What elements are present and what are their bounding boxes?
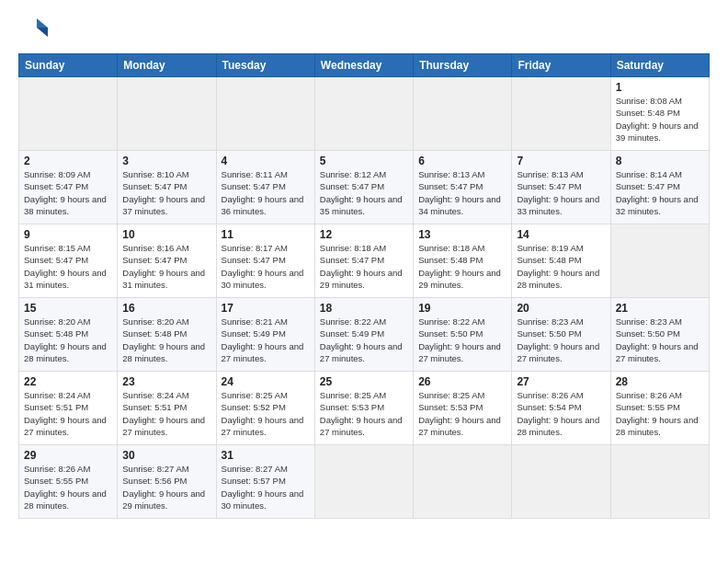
calendar-cell: 8 Sunrise: 8:14 AMSunset: 5:47 PMDayligh… [610,151,709,224]
calendar-table: SundayMondayTuesdayWednesdayThursdayFrid… [18,53,710,519]
day-number: 3 [122,155,210,167]
day-number: 31 [222,449,310,462]
day-number: 12 [320,228,408,241]
calendar-cell: 31 Sunrise: 8:27 AMSunset: 5:57 PMDaylig… [216,445,314,519]
calendar-cell: 26 Sunrise: 8:25 AMSunset: 5:53 PMDaylig… [414,372,512,445]
calendar-cell [610,224,709,298]
day-info: Sunrise: 8:19 AMSunset: 5:48 PMDaylight:… [517,243,599,290]
day-number: 4 [222,155,310,167]
day-info: Sunrise: 8:22 AMSunset: 5:49 PMDaylight:… [320,316,403,363]
day-info: Sunrise: 8:16 AMSunset: 5:47 PMDaylight:… [122,243,205,290]
day-info: Sunrise: 8:14 AMSunset: 5:47 PMDaylight:… [616,169,699,216]
day-number: 15 [24,302,112,315]
day-number: 19 [418,302,506,315]
day-number: 30 [122,449,210,462]
calendar-cell: 1 Sunrise: 8:08 AMSunset: 5:48 PMDayligh… [610,77,709,151]
calendar-cell: 20 Sunrise: 8:23 AMSunset: 5:50 PMDaylig… [512,298,610,372]
calendar-cell: 29 Sunrise: 8:26 AMSunset: 5:55 PMDaylig… [19,445,118,519]
day-info: Sunrise: 8:18 AMSunset: 5:47 PMDaylight:… [320,243,403,290]
calendar-cell: 16 Sunrise: 8:20 AMSunset: 5:48 PMDaylig… [118,298,216,372]
day-info: Sunrise: 8:21 AMSunset: 5:49 PMDaylight:… [222,316,304,363]
day-number: 8 [616,155,704,167]
day-number: 16 [122,302,210,315]
calendar-cell [118,77,216,151]
calendar-header-thursday: Thursday [414,54,512,77]
day-info: Sunrise: 8:25 AMSunset: 5:52 PMDaylight:… [222,390,304,437]
calendar-cell: 25 Sunrise: 8:25 AMSunset: 5:53 PMDaylig… [314,372,413,445]
page: SundayMondayTuesdayWednesdayThursdayFrid… [0,0,728,528]
calendar-cell [512,445,610,519]
day-info: Sunrise: 8:13 AMSunset: 5:47 PMDaylight:… [418,169,501,216]
day-number: 10 [122,228,210,241]
calendar-cell: 3 Sunrise: 8:10 AMSunset: 5:47 PMDayligh… [118,151,216,224]
day-number: 18 [320,302,408,315]
logo-icon [18,15,48,44]
day-number: 17 [222,302,310,315]
day-info: Sunrise: 8:20 AMSunset: 5:48 PMDaylight:… [24,316,107,363]
day-info: Sunrise: 8:11 AMSunset: 5:47 PMDaylight:… [222,169,304,216]
day-info: Sunrise: 8:17 AMSunset: 5:47 PMDaylight:… [222,243,304,290]
calendar-cell: 17 Sunrise: 8:21 AMSunset: 5:49 PMDaylig… [216,298,314,372]
day-info: Sunrise: 8:15 AMSunset: 5:47 PMDaylight:… [24,243,107,290]
header-row [18,15,710,48]
calendar-cell: 13 Sunrise: 8:18 AMSunset: 5:48 PMDaylig… [414,224,512,298]
day-number: 23 [122,375,210,388]
day-info: Sunrise: 8:26 AMSunset: 5:55 PMDaylight:… [24,464,107,511]
day-number: 29 [24,449,112,462]
calendar-week-1: 2 Sunrise: 8:09 AMSunset: 5:47 PMDayligh… [19,151,710,224]
calendar-cell [414,77,512,151]
calendar-cell: 12 Sunrise: 8:18 AMSunset: 5:47 PMDaylig… [314,224,413,298]
calendar-cell [512,77,610,151]
day-info: Sunrise: 8:25 AMSunset: 5:53 PMDaylight:… [418,390,501,437]
day-number: 7 [517,155,605,167]
calendar-cell: 19 Sunrise: 8:22 AMSunset: 5:50 PMDaylig… [414,298,512,372]
calendar-cell: 21 Sunrise: 8:23 AMSunset: 5:50 PMDaylig… [610,298,709,372]
day-info: Sunrise: 8:09 AMSunset: 5:47 PMDaylight:… [24,169,107,216]
calendar-header-row: SundayMondayTuesdayWednesdayThursdayFrid… [19,54,710,77]
day-number: 21 [616,302,704,315]
calendar-header-wednesday: Wednesday [314,54,413,77]
day-number: 11 [222,228,310,241]
calendar-header-friday: Friday [512,54,610,77]
calendar-cell: 4 Sunrise: 8:11 AMSunset: 5:47 PMDayligh… [216,151,314,224]
logo [18,15,53,48]
calendar-cell [19,77,118,151]
calendar-cell: 15 Sunrise: 8:20 AMSunset: 5:48 PMDaylig… [19,298,118,372]
day-number: 27 [517,375,605,388]
calendar-header-saturday: Saturday [610,54,709,77]
calendar-header-tuesday: Tuesday [216,54,314,77]
calendar-cell [414,445,512,519]
calendar-cell: 6 Sunrise: 8:13 AMSunset: 5:47 PMDayligh… [414,151,512,224]
day-info: Sunrise: 8:23 AMSunset: 5:50 PMDaylight:… [616,316,699,363]
day-info: Sunrise: 8:22 AMSunset: 5:50 PMDaylight:… [418,316,501,363]
calendar-cell: 14 Sunrise: 8:19 AMSunset: 5:48 PMDaylig… [512,224,610,298]
calendar-week-4: 22 Sunrise: 8:24 AMSunset: 5:51 PMDaylig… [19,372,710,445]
day-info: Sunrise: 8:25 AMSunset: 5:53 PMDaylight:… [320,390,403,437]
calendar-cell: 7 Sunrise: 8:13 AMSunset: 5:47 PMDayligh… [512,151,610,224]
day-number: 9 [24,228,112,241]
calendar-cell: 9 Sunrise: 8:15 AMSunset: 5:47 PMDayligh… [19,224,118,298]
day-info: Sunrise: 8:08 AMSunset: 5:48 PMDaylight:… [616,96,699,143]
day-info: Sunrise: 8:27 AMSunset: 5:56 PMDaylight:… [122,464,205,511]
calendar-week-5: 29 Sunrise: 8:26 AMSunset: 5:55 PMDaylig… [19,445,710,519]
calendar-cell: 23 Sunrise: 8:24 AMSunset: 5:51 PMDaylig… [118,372,216,445]
day-number: 28 [616,375,704,388]
day-info: Sunrise: 8:18 AMSunset: 5:48 PMDaylight:… [418,243,501,290]
calendar-cell: 24 Sunrise: 8:25 AMSunset: 5:52 PMDaylig… [216,372,314,445]
calendar-cell: 10 Sunrise: 8:16 AMSunset: 5:47 PMDaylig… [118,224,216,298]
day-number: 5 [320,155,408,167]
calendar-header-sunday: Sunday [19,54,118,77]
day-number: 13 [418,228,506,241]
day-number: 2 [24,155,112,167]
day-info: Sunrise: 8:10 AMSunset: 5:47 PMDaylight:… [122,169,205,216]
calendar-cell: 2 Sunrise: 8:09 AMSunset: 5:47 PMDayligh… [19,151,118,224]
calendar-cell: 5 Sunrise: 8:12 AMSunset: 5:47 PMDayligh… [314,151,413,224]
day-info: Sunrise: 8:12 AMSunset: 5:47 PMDaylight:… [320,169,403,216]
calendar-week-0: 1 Sunrise: 8:08 AMSunset: 5:48 PMDayligh… [19,77,710,151]
day-number: 25 [320,375,408,388]
calendar-cell [314,445,413,519]
calendar-cell: 22 Sunrise: 8:24 AMSunset: 5:51 PMDaylig… [19,372,118,445]
day-number: 6 [418,155,506,167]
day-info: Sunrise: 8:13 AMSunset: 5:47 PMDaylight:… [517,169,599,216]
day-info: Sunrise: 8:20 AMSunset: 5:48 PMDaylight:… [122,316,205,363]
